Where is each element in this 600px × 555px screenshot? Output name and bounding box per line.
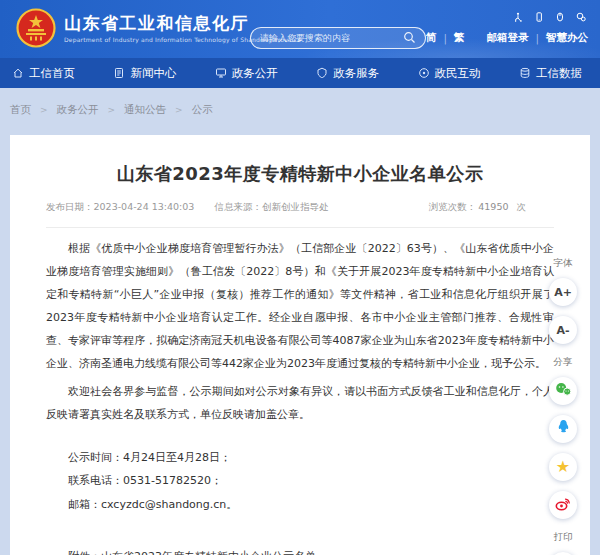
qzone-star-icon: ★: [556, 459, 570, 475]
font-decrease-button[interactable]: A-: [549, 316, 577, 344]
weibo-icon: [555, 496, 571, 515]
search-box[interactable]: [250, 27, 426, 49]
nav-item-news[interactable]: 新闻中心: [113, 66, 176, 81]
breadcrumb-current[interactable]: 公示: [192, 103, 213, 117]
smart-office-link[interactable]: 智慧办公: [546, 31, 588, 45]
breadcrumb-notices[interactable]: 通知公告: [124, 103, 166, 117]
contact-email: 邮箱：cxcyzdc@shandong.cn。: [46, 493, 554, 517]
divider: |: [535, 32, 539, 44]
share-qq-button[interactable]: [549, 415, 577, 443]
monitor-icon: [215, 67, 227, 79]
search-icon[interactable]: [403, 29, 416, 48]
nav-item-gov-services[interactable]: 政务服务: [316, 66, 379, 81]
breadcrumb: 首页 > 政务公开 > 通知公告 > 公示: [0, 88, 600, 117]
lang-traditional-toggle[interactable]: 繁: [454, 31, 465, 45]
publish-date: 发布日期：2023-04-24 13:40:03: [46, 201, 194, 214]
side-toolbar: 字体 A+ A- 分享 ★ 打印: [539, 250, 587, 555]
wechat-share-icon[interactable]: [576, 7, 586, 26]
font-size-label: 字体: [554, 257, 573, 270]
search-input[interactable]: [260, 33, 403, 43]
national-emblem-logo: [16, 8, 56, 48]
contact-phone: 联系电话：0531-51782520；: [46, 469, 554, 493]
home-icon: [12, 67, 24, 79]
nav-item-data[interactable]: 工信数据: [519, 66, 582, 81]
news-icon: [113, 67, 125, 79]
site-header: 山东省工业和信息化厅 Department of Industry and In…: [0, 0, 600, 58]
nav-label: 新闻中心: [130, 66, 176, 81]
nav-label: 工信数据: [536, 66, 582, 81]
breadcrumb-home[interactable]: 首页: [10, 103, 31, 117]
article-body: 根据《优质中小企业梯度培育管理暂行办法》（工信部企业〔2022〕63号）、《山东…: [46, 237, 554, 555]
share-label: 分享: [554, 356, 573, 369]
breadcrumb-separator: >: [40, 105, 48, 115]
interact-icon: [418, 67, 430, 79]
nav-label: 政务服务: [333, 66, 379, 81]
main-nav: 工信首页 新闻中心 政务公开 政务服务 政民互动: [0, 58, 600, 88]
view-count: 浏览次数：41950次: [429, 201, 526, 214]
divider: |: [443, 32, 447, 44]
article-meta: 发布日期：2023-04-24 13:40:03 信息来源：创新创业指导处 浏览…: [46, 201, 554, 228]
lang-simplified-toggle[interactable]: 简: [426, 31, 437, 45]
paragraph: 根据《优质中小企业梯度培育管理暂行办法》（工信部企业〔2022〕63号）、《山东…: [46, 237, 554, 376]
mouse-icon[interactable]: [555, 7, 565, 26]
share-wechat-button[interactable]: [549, 377, 577, 405]
breadcrumb-gov-disclosure[interactable]: 政务公开: [57, 103, 99, 117]
breadcrumb-separator: >: [175, 105, 183, 115]
nav-item-interaction[interactable]: 政民互动: [418, 66, 481, 81]
nav-label: 政务公开: [232, 66, 278, 81]
mobile-icon[interactable]: [534, 7, 544, 26]
qq-icon: [556, 419, 571, 439]
mail-login-link[interactable]: 邮箱登录: [486, 31, 528, 45]
nav-item-home[interactable]: 工信首页: [12, 66, 75, 81]
service-icon: [316, 67, 328, 79]
breadcrumb-separator: >: [108, 105, 116, 115]
info-source: 信息来源：创新创业指导处: [214, 201, 328, 214]
contact-block: 公示时间：4月24日至4月28日； 联系电话：0531-51782520； 邮箱…: [46, 446, 554, 517]
page-title: 山东省2023年度专精特新中小企业名单公示: [46, 162, 554, 186]
article-panel: 山东省2023年度专精特新中小企业名单公示 发布日期：2023-04-24 13…: [10, 135, 590, 555]
paragraph: 欢迎社会各界参与监督，公示期间如对公示对象有异议，请以书面方式反馈省工业和信息化…: [46, 380, 554, 426]
print-label: 打印: [554, 531, 573, 544]
share-qzone-button[interactable]: ★: [549, 453, 577, 481]
font-increase-button[interactable]: A+: [549, 278, 577, 306]
attachment-link[interactable]: 附件：山东省2023年度专精特新中小企业公示名单: [46, 549, 554, 555]
share-weibo-button[interactable]: [549, 491, 577, 519]
database-icon: [519, 67, 531, 79]
nav-item-gov-disclosure[interactable]: 政务公开: [215, 66, 278, 81]
accessibility-icon[interactable]: [513, 7, 523, 26]
nav-label: 工信首页: [29, 66, 75, 81]
wechat-icon: [555, 382, 572, 401]
nav-label: 政民互动: [435, 66, 481, 81]
publicity-period: 公示时间：4月24日至4月28日；: [46, 446, 554, 470]
